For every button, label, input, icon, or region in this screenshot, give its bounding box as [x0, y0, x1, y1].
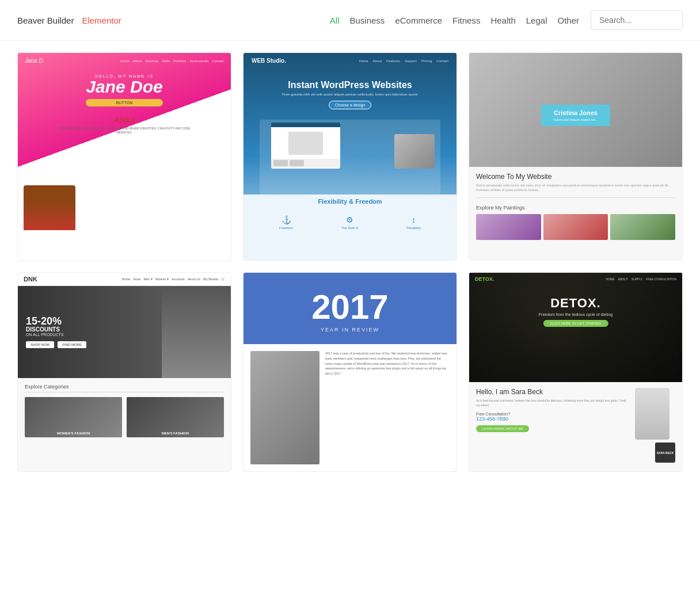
filter-legal[interactable]: Legal — [526, 16, 547, 25]
template-card-freelancer[interactable]: Jana D. Home About Services Skills Portf… — [17, 52, 231, 261]
preview-year: 2017 YEAR IN REVIEW 2017 was a year of p… — [244, 273, 456, 471]
template-name-artist: Artist — [469, 260, 682, 261]
preview-dietitian: DETOX. HOME ABOUT SUPPLY FREE CONSULTATI… — [469, 273, 682, 471]
template-name-agency: Agency — [244, 260, 456, 261]
template-card-personal-dietitian[interactable]: DETOX. HOME ABOUT SUPPLY FREE CONSULTATI… — [469, 272, 683, 472]
brand-beaver-builder[interactable]: Beaver Builder — [17, 16, 74, 25]
template-name-freelancer: Freelancer — [18, 260, 231, 261]
filter-health[interactable]: Health — [490, 16, 515, 25]
template-grid: Jana D. Home About Services Skills Portf… — [0, 41, 700, 489]
filter-business[interactable]: Business — [350, 16, 385, 25]
preview-agency: WEB Studio. Home About Features Support … — [244, 53, 456, 260]
template-card-artist[interactable]: CRISTINA JONES Cristina Jones Colors and… — [469, 52, 683, 261]
preview-freelancer: Jana D. Home About Services Skills Portf… — [18, 53, 231, 260]
template-name-year-in-review: A Year In Review — [244, 471, 456, 472]
filter-ecommerce[interactable]: eCommerce — [395, 16, 442, 25]
template-card-brandstore[interactable]: DNK Home Store Men ▾ Women ▾ Accounts Ab… — [17, 272, 231, 472]
brand-switcher: Beaver Builder Elementor — [17, 16, 121, 25]
preview-brandstore: DNK Home Store Men ▾ Women ▾ Accounts Ab… — [18, 273, 231, 471]
filter-other[interactable]: Other — [557, 16, 579, 25]
header: Beaver Builder Elementor All Business eC… — [0, 0, 700, 41]
template-card-year-in-review[interactable]: 2017 YEAR IN REVIEW 2017 was a year of p… — [243, 272, 457, 472]
template-card-agency[interactable]: WEB Studio. Home About Features Support … — [243, 52, 457, 261]
template-name-personal-dietitian: Personal Dietitian — [469, 471, 682, 472]
search-input[interactable] — [591, 10, 683, 30]
filter-all[interactable]: All — [330, 16, 340, 25]
brand-elementor[interactable]: Elementor — [82, 16, 121, 25]
filter-nav: All Business eCommerce Fitness Health Le… — [330, 16, 579, 25]
filter-fitness[interactable]: Fitness — [452, 16, 480, 25]
template-name-brandstore: Brandstore — [18, 471, 231, 472]
preview-artist: CRISTINA JONES Cristina Jones Colors and… — [469, 53, 682, 260]
